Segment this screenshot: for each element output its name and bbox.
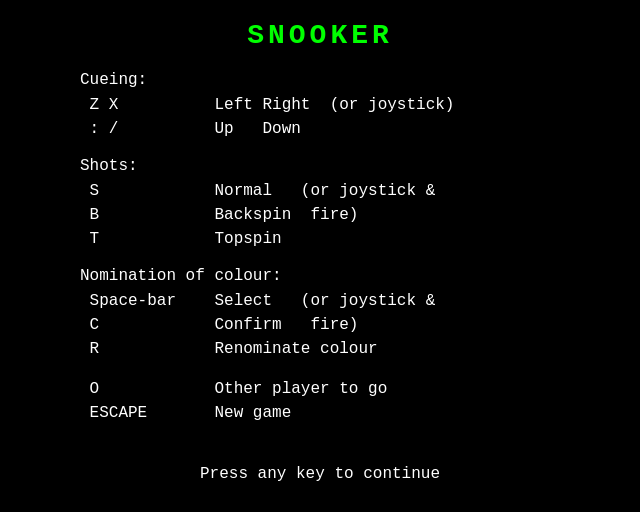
key-row: T Topspin [80,227,560,251]
section-label-nomination: Nomination of colour: [80,267,560,285]
section-cueing: Cueing: Z X Left Right (or joystick) : /… [80,71,560,141]
game-title: SNOOKER [80,20,560,51]
key-row: : / Up Down [80,117,560,141]
section-nomination: Nomination of colour: Space-bar Select (… [80,267,560,361]
key-row: Z X Left Right (or joystick) [80,93,560,117]
press-any-key-text: Press any key to continue [80,465,560,483]
section-shots: Shots: S Normal (or joystick & B Backspi… [80,157,560,251]
key-row: B Backspin fire) [80,203,560,227]
section-label-cueing: Cueing: [80,71,560,89]
key-row: ESCAPE New game [80,401,560,425]
key-row: S Normal (or joystick & [80,179,560,203]
screen: SNOOKER Cueing: Z X Left Right (or joyst… [0,0,640,512]
key-row: Space-bar Select (or joystick & [80,289,560,313]
section-other: O Other player to go ESCAPE New game [80,377,560,425]
key-row: O Other player to go [80,377,560,401]
section-label-shots: Shots: [80,157,560,175]
key-row: C Confirm fire) [80,313,560,337]
key-row: R Renominate colour [80,337,560,361]
